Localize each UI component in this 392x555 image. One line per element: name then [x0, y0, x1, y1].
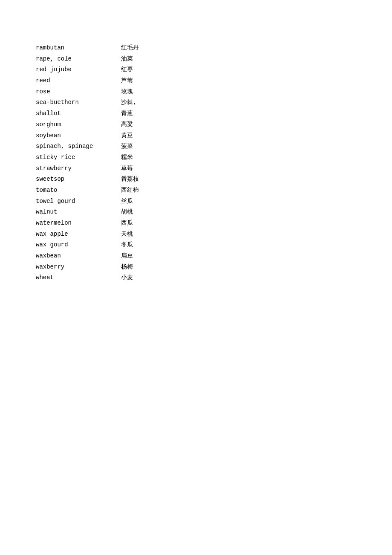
english-term: spinach, spinage	[36, 141, 121, 152]
english-term: strawberry	[36, 163, 121, 174]
chinese-translation: 番荔枝	[121, 174, 172, 185]
chinese-translation: 西瓜	[121, 218, 172, 229]
chinese-translation: 胡桃	[121, 207, 172, 218]
english-term: wheat	[36, 272, 121, 283]
list-item: waxbean扁豆	[36, 251, 172, 262]
list-item: walnut胡桃	[36, 207, 172, 218]
list-item: waxberry杨梅	[36, 262, 172, 273]
vocab-table: rambutan红毛丹rape, cole油菜red jujube红枣reed芦…	[36, 43, 172, 283]
main-content: rambutan红毛丹rape, cole油菜red jujube红枣reed芦…	[0, 0, 392, 283]
list-item: reed芦苇	[36, 75, 172, 87]
chinese-translation: 高粱	[121, 119, 172, 130]
list-item: strawberry草莓	[36, 163, 172, 174]
list-item: towel gourd丝瓜	[36, 196, 172, 207]
english-term: sea-bucthorn	[36, 97, 121, 108]
english-term: red jujube	[36, 64, 121, 75]
list-item: shallot青葱	[36, 108, 172, 119]
english-term: watermelon	[36, 218, 121, 229]
english-term: reed	[36, 75, 121, 87]
list-item: red jujube红枣	[36, 64, 172, 75]
english-term: shallot	[36, 108, 121, 119]
list-item: rose玫瑰	[36, 87, 172, 98]
list-item: sweetsop番荔枝	[36, 174, 172, 185]
english-term: towel gourd	[36, 196, 121, 207]
english-term: rose	[36, 87, 121, 98]
english-term: sweetsop	[36, 174, 121, 185]
english-term: waxberry	[36, 262, 121, 273]
chinese-translation: 红毛丹	[121, 43, 172, 54]
list-item: rape, cole油菜	[36, 54, 172, 65]
english-term: rambutan	[36, 43, 121, 54]
english-term: sticky rice	[36, 152, 121, 163]
chinese-translation: 扁豆	[121, 251, 172, 262]
list-item: sorghum高粱	[36, 119, 172, 130]
chinese-translation: 红枣	[121, 64, 172, 75]
chinese-translation: 小麦	[121, 272, 172, 283]
chinese-translation: 冬瓜	[121, 240, 172, 251]
list-item: wheat小麦	[36, 272, 172, 283]
list-item: sticky rice糯米	[36, 152, 172, 163]
english-term: tomato	[36, 185, 121, 196]
english-term: soybean	[36, 130, 121, 142]
english-term: wax apple	[36, 229, 121, 240]
chinese-translation: 天桃	[121, 229, 172, 240]
chinese-translation: 草莓	[121, 163, 172, 174]
english-term: waxbean	[36, 251, 121, 262]
list-item: rambutan红毛丹	[36, 43, 172, 54]
chinese-translation: 黄豆	[121, 130, 172, 142]
chinese-translation: 油菜	[121, 54, 172, 65]
chinese-translation: 菠菜	[121, 141, 172, 152]
list-item: spinach, spinage菠菜	[36, 141, 172, 152]
list-item: tomato西红柿	[36, 185, 172, 196]
list-item: soybean黄豆	[36, 130, 172, 142]
chinese-translation: 杨梅	[121, 262, 172, 273]
chinese-translation: 芦苇	[121, 75, 172, 87]
chinese-translation: 西红柿	[121, 185, 172, 196]
list-item: wax gourd冬瓜	[36, 240, 172, 251]
chinese-translation: 青葱	[121, 108, 172, 119]
english-term: sorghum	[36, 119, 121, 130]
list-item: wax apple天桃	[36, 229, 172, 240]
english-term: walnut	[36, 207, 121, 218]
chinese-translation: 沙棘,	[121, 97, 172, 108]
chinese-translation: 玫瑰	[121, 87, 172, 98]
list-item: sea-bucthorn沙棘,	[36, 97, 172, 108]
chinese-translation: 糯米	[121, 152, 172, 163]
english-term: wax gourd	[36, 240, 121, 251]
list-item: watermelon西瓜	[36, 218, 172, 229]
english-term: rape, cole	[36, 54, 121, 65]
chinese-translation: 丝瓜	[121, 196, 172, 207]
